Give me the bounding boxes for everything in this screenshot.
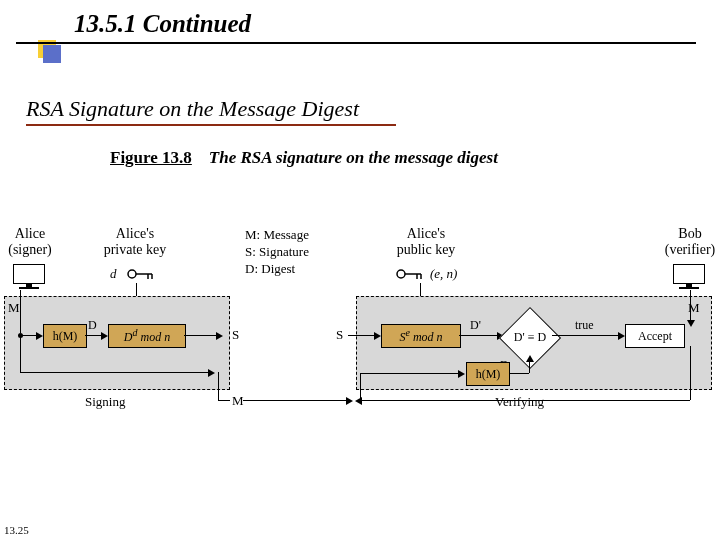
dprime-line	[459, 335, 499, 336]
m-ver-into-hash	[360, 373, 460, 374]
m-ver-into-hash-head	[458, 370, 465, 378]
alice-key-value: d	[110, 266, 117, 282]
title-rule	[16, 42, 696, 44]
M-label-signer: M	[8, 300, 20, 316]
legend: M: Message S: Signature D: Digest	[245, 226, 309, 277]
true-line	[552, 335, 620, 336]
alice-key-label: Alice's private key	[95, 226, 175, 258]
S-label-signer: S	[232, 327, 239, 343]
s-in-head	[374, 332, 381, 340]
m-fb-line	[20, 372, 210, 373]
svg-point-4	[397, 270, 405, 278]
slide: 13.5.1 Continued RSA Signature on the Me…	[0, 0, 720, 540]
figure-label: Figure 13.8	[110, 148, 192, 167]
verifying-caption: Verifying	[495, 394, 544, 410]
m-down-line	[20, 290, 21, 333]
m-out-v	[218, 372, 219, 400]
slide-number: 13.25	[4, 524, 29, 536]
figure-line: Figure 13.8 The RSA signature on the mes…	[110, 148, 498, 168]
compare-text: D' ≡ D	[509, 330, 551, 345]
computer-icon	[672, 264, 706, 288]
d-head	[101, 332, 108, 340]
Dprime-label: D'	[470, 318, 481, 333]
bullet-front	[43, 45, 61, 63]
m-down2	[20, 337, 21, 372]
slide-subtitle: RSA Signature on the Message Digest	[26, 96, 359, 122]
d-h-line	[510, 373, 529, 374]
svg-point-0	[128, 270, 136, 278]
computer-icon	[12, 264, 46, 288]
alice-name: Alice(signer)	[0, 226, 60, 258]
key-icon	[126, 264, 156, 284]
hash-box-verifier: h(M)	[466, 362, 510, 386]
d-up-head	[526, 355, 534, 362]
m-fb-head	[208, 369, 215, 377]
m-ver-up	[360, 373, 361, 400]
m-to-hash-head	[36, 332, 43, 340]
m-bob-down	[690, 290, 691, 322]
true-label: true	[575, 318, 594, 333]
m-bob-head	[687, 320, 695, 327]
m-ver-v	[690, 346, 691, 400]
M-feedback-label: M	[232, 393, 244, 409]
m-out-h	[218, 400, 230, 401]
key-icon	[395, 264, 425, 284]
m-bridge	[243, 400, 348, 401]
signing-caption: Signing	[85, 394, 125, 410]
hash-box-signer: h(M)	[43, 324, 87, 348]
s-in-line	[348, 335, 376, 336]
figure-caption: The RSA signature on the message digest	[209, 148, 498, 167]
sign-box: Dd mod n	[108, 324, 186, 348]
accept-box: Accept	[625, 324, 685, 348]
s-out-head	[216, 332, 223, 340]
alice-public-key-label: Alice's public key	[386, 226, 466, 258]
S-in-label: S	[336, 327, 343, 343]
section-title: 13.5.1 Continued	[74, 10, 251, 38]
verify-box: Se mod n	[381, 324, 461, 348]
subtitle-rule	[26, 124, 396, 126]
m-bridge-head	[346, 397, 353, 405]
s-out-line	[184, 335, 218, 336]
bob-name: Bob(verifier)	[660, 226, 720, 258]
true-head	[618, 332, 625, 340]
bob-key-value: (e, n)	[430, 266, 457, 282]
D-label-signer: D	[88, 318, 97, 333]
